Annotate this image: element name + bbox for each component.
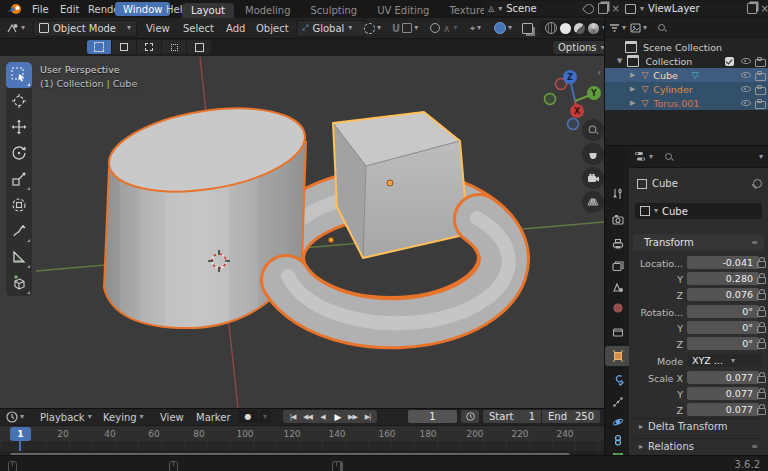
play-button[interactable]: ▶ xyxy=(330,411,345,423)
outliner-object-row-cube[interactable]: ▶ ▽ Cube ▽ xyxy=(605,68,768,82)
menu-view[interactable]: View xyxy=(138,19,178,37)
tab-particles[interactable] xyxy=(605,392,630,412)
scene-browse-icon[interactable]: ◬ xyxy=(488,4,494,13)
collection-render-icon[interactable] xyxy=(755,56,766,67)
object-render-icon[interactable] xyxy=(755,70,766,81)
outliner-object-row-torus[interactable]: ▶ ▽ Torus.001 xyxy=(605,96,768,110)
tab-object[interactable] xyxy=(605,346,630,366)
rotation-z-field[interactable]: 0° xyxy=(687,337,759,350)
collection-expand-icon[interactable]: ▼ xyxy=(617,58,622,65)
mode-dropdown[interactable]: Object Mode ▾ xyxy=(33,20,137,37)
tab-modifiers[interactable] xyxy=(605,370,630,390)
lock-icon[interactable] xyxy=(757,388,765,398)
shading-rendered-icon[interactable] xyxy=(588,23,599,34)
tool-annotate[interactable] xyxy=(6,218,32,244)
viewlayer-new-icon[interactable] xyxy=(747,3,757,14)
select-mode-extend[interactable] xyxy=(112,40,137,54)
snap-toggle-button[interactable]: U ▾ xyxy=(392,23,418,34)
current-frame-field[interactable]: 1 xyxy=(408,410,457,423)
scene-name[interactable]: Scene xyxy=(506,3,537,14)
show-overlays-button[interactable]: ▾ xyxy=(494,22,512,34)
tab-view-layer[interactable] xyxy=(605,256,630,276)
pin-icon[interactable] xyxy=(753,179,762,188)
cube-object[interactable] xyxy=(333,112,468,258)
object-name-field[interactable]: ▾ Cube xyxy=(635,203,762,219)
menu-select[interactable]: Select xyxy=(175,19,222,37)
object-visibility-icon[interactable] xyxy=(741,70,751,80)
properties-search[interactable] xyxy=(658,150,754,163)
xray-toggle-button[interactable] xyxy=(522,23,533,34)
viewlayer-browse-icon[interactable] xyxy=(625,4,636,14)
outliner-object-row-cylinder[interactable]: ▶ ▽ Cylinder xyxy=(605,82,768,96)
region-collapse-icon[interactable]: ‹ xyxy=(597,66,601,79)
outliner-collection-row[interactable]: ▼ Collection xyxy=(605,54,768,68)
tab-world[interactable] xyxy=(605,298,630,318)
tab-physics[interactable] xyxy=(605,412,630,432)
tab-sculpting[interactable]: Sculpting xyxy=(302,3,367,18)
options-button[interactable]: Options▾ xyxy=(552,40,611,55)
transform-panel-header[interactable]: Transform ≡ xyxy=(633,234,764,250)
outliner-search[interactable] xyxy=(651,21,765,35)
viewlayer-chevron-icon[interactable]: ▾ xyxy=(640,5,644,13)
editor-type-button[interactable]: ▾ xyxy=(6,22,25,35)
lock-icon[interactable] xyxy=(757,306,765,316)
lock-icon[interactable] xyxy=(757,338,765,348)
rotation-mode-dropdown[interactable]: XYZ ...▾ xyxy=(687,354,763,367)
object-expand-icon[interactable]: ▶ xyxy=(630,86,635,93)
show-gizmo-button[interactable]: ⌖ ▾ xyxy=(470,23,481,34)
select-mode-subtract[interactable] xyxy=(137,40,162,54)
timeline-editor-type-button[interactable]: ▾ xyxy=(6,411,24,423)
orientation-dropdown[interactable]: ⤢ Global ▾ xyxy=(296,20,366,37)
tool-cursor[interactable] xyxy=(6,88,32,114)
tab-output[interactable] xyxy=(605,234,630,254)
frame-start-field[interactable]: Start1 xyxy=(483,410,541,423)
lock-icon[interactable] xyxy=(757,257,765,267)
delta-transform-panel[interactable]: ▸ Delta Transform xyxy=(633,418,764,434)
tool-rotate[interactable] xyxy=(6,140,32,166)
shading-material-icon[interactable] xyxy=(574,23,585,34)
panel-grip-icon[interactable]: ≡ xyxy=(751,442,758,451)
menu-view-timeline[interactable]: View xyxy=(152,409,192,425)
playhead-current-frame[interactable]: 1 xyxy=(10,427,31,441)
object-expand-icon[interactable]: ▶ xyxy=(630,100,635,107)
timeline-track-area[interactable] xyxy=(0,441,604,451)
breadcrumb-object-name[interactable]: Cube xyxy=(652,178,678,189)
jump-to-end-button[interactable]: ▶| xyxy=(360,411,375,423)
scene-pin-icon[interactable] xyxy=(582,1,596,15)
menu-marker[interactable]: Marker xyxy=(188,409,239,425)
lock-icon[interactable] xyxy=(757,289,765,299)
jump-to-start-button[interactable]: |◀ xyxy=(285,411,300,423)
prev-keyframe-button[interactable]: ◀◀ xyxy=(300,411,315,423)
camera-view-button[interactable] xyxy=(582,167,604,189)
collection-checkbox[interactable] xyxy=(725,57,734,66)
object-visibility-icon[interactable] xyxy=(741,84,751,94)
tool-select-box[interactable] xyxy=(6,62,32,88)
pivot-point-button[interactable]: ▾ xyxy=(364,23,381,34)
scene-new-icon[interactable] xyxy=(598,3,608,14)
scene-chevron-icon[interactable]: ▾ xyxy=(498,5,502,13)
auto-key-button[interactable]: ● xyxy=(238,410,258,423)
frame-end-field[interactable]: End250 xyxy=(542,410,600,423)
select-mode-set[interactable] xyxy=(87,40,112,54)
properties-options-icon[interactable]: ▾ xyxy=(759,153,763,161)
perspective-toggle-button[interactable] xyxy=(582,191,604,213)
proportional-editing-button[interactable]: ∧ ▾ xyxy=(430,23,457,34)
object-expand-icon[interactable]: ▶ xyxy=(630,72,635,79)
pan-view-button[interactable] xyxy=(582,143,604,165)
tool-transform[interactable] xyxy=(6,192,32,218)
object-render-icon[interactable] xyxy=(755,84,766,95)
rotation-x-field[interactable]: 0° xyxy=(687,305,759,318)
viewlayer-remove-icon[interactable]: × xyxy=(761,3,768,14)
shading-solid-icon[interactable] xyxy=(560,23,571,34)
location-x-field[interactable]: -0.041 xyxy=(687,256,759,269)
collection-visibility-icon[interactable] xyxy=(741,56,751,66)
lock-icon[interactable] xyxy=(757,322,765,332)
tab-render[interactable] xyxy=(605,210,630,230)
outliner-filter-button[interactable]: ▾ xyxy=(609,23,626,33)
use-preview-range-button[interactable] xyxy=(461,410,479,423)
select-mode-intersect[interactable] xyxy=(187,40,211,54)
tab-uv-editing[interactable]: UV Editing xyxy=(368,3,438,18)
scale-z-field[interactable]: 0.077 xyxy=(687,403,759,416)
tool-add-primitive[interactable] xyxy=(6,270,32,296)
object-visibility-icon[interactable] xyxy=(741,98,751,108)
